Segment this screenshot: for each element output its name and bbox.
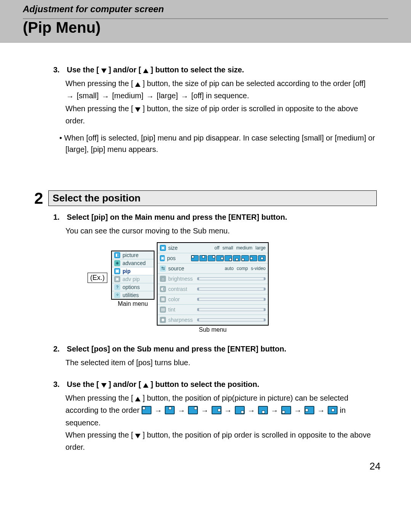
opt: s-video xyxy=(251,266,266,271)
triangle-up-icon xyxy=(143,69,148,73)
pip-pos-icon xyxy=(235,406,245,414)
opt: comp xyxy=(237,266,248,271)
mm-label: adv pip xyxy=(123,276,140,282)
arrow-right-icon: → xyxy=(65,90,75,102)
slider-icon xyxy=(197,277,266,280)
page-number: 24 xyxy=(370,460,381,472)
sharpness-icon: ◆ xyxy=(160,317,166,323)
step-3-pos-heading: 3. Use the [ ] and/or [ ] button to sele… xyxy=(53,380,377,389)
slider-icon xyxy=(197,288,266,291)
step-2-heading: 2. Select [pos] on the Sub menu and pres… xyxy=(53,345,377,353)
options-icon: ? xyxy=(114,284,120,290)
big-step-title: Select the position xyxy=(48,190,377,206)
sm-label: tint xyxy=(168,307,195,313)
text-fragment: [small] xyxy=(77,91,99,100)
pos-option-icon xyxy=(208,255,215,261)
header-band: Adjustment for computer screen (Pip Menu… xyxy=(0,0,411,43)
size-icon: ▣ xyxy=(160,245,166,251)
mm-label: pip xyxy=(123,268,131,274)
utilities-icon: ✧ xyxy=(114,292,120,298)
pip-pos-icon xyxy=(304,406,314,414)
sub-menu-panel: ▣ size off small medium large ▣ pos xyxy=(157,242,269,326)
opt: off xyxy=(214,245,219,251)
pos-option-icon xyxy=(258,255,266,261)
sm-source: ⇆ source auto comp s-video xyxy=(158,264,268,274)
step-number: 2. xyxy=(53,345,65,353)
main-menu-panel: ◧picture ◈advanced ▣pip ▣adv pip ?option… xyxy=(111,251,155,300)
arrow-right-icon: → xyxy=(154,404,163,417)
slider-icon xyxy=(197,298,266,301)
pos-icon: ▣ xyxy=(160,255,165,261)
sub-menu-column: ▣ size off small medium large ▣ pos xyxy=(157,242,269,333)
opt: small xyxy=(223,245,233,251)
step-2-body: The selected item of [pos] turns blue. xyxy=(65,356,377,369)
mm-picture: ◧picture xyxy=(112,251,154,259)
advanced-icon: ◈ xyxy=(114,260,120,266)
adv-pip-icon: ▣ xyxy=(114,276,120,282)
step-3-size-bullet: • When [off] is selected, [pip] menu and… xyxy=(65,132,377,155)
bullet-text: When [off] is selected, [pip] menu and p… xyxy=(64,134,375,153)
brightness-icon: ☼ xyxy=(160,276,166,282)
step-number: 3. xyxy=(53,66,65,74)
sm-label: contrast xyxy=(168,286,195,292)
mm-adv-pip: ▣adv pip xyxy=(112,275,154,283)
pip-pos-icon xyxy=(328,406,338,414)
triangle-up-icon xyxy=(135,397,140,401)
pip-pos-icon xyxy=(165,406,175,414)
pos-option-icon xyxy=(250,255,257,261)
mm-label: options xyxy=(123,284,140,290)
pos-option-icon xyxy=(233,255,241,261)
sm-label: pos xyxy=(167,255,189,261)
text-fragment: When pressing the [ xyxy=(65,79,133,88)
step-number: 3. xyxy=(53,380,65,389)
pip-icon: ▣ xyxy=(114,268,120,274)
main-menu-caption: Main menu xyxy=(111,300,155,307)
source-icon: ⇆ xyxy=(160,265,166,272)
sm-brightness: ☼brightness xyxy=(158,274,268,284)
sm-size: ▣ size off small medium large xyxy=(158,243,268,253)
big-step-2: 2 Select the position xyxy=(34,189,377,208)
example-osd: (Ex.) ◧picture ◈advanced ▣pip ▣adv pip ?… xyxy=(88,242,377,333)
sm-label: source xyxy=(168,265,195,272)
triangle-up-icon xyxy=(135,82,140,87)
example-label: (Ex.) xyxy=(88,273,107,283)
arrow-right-icon: → xyxy=(247,404,256,417)
pip-pos-icon xyxy=(188,406,198,414)
sub-menu-caption: Sub menu xyxy=(157,326,269,333)
mm-options: ?options xyxy=(112,283,154,291)
pip-pos-icon xyxy=(212,406,221,414)
arrow-right-icon: → xyxy=(177,404,186,417)
arrow-right-icon: → xyxy=(317,404,326,417)
sm-label: size xyxy=(168,245,195,251)
pip-pos-icon xyxy=(281,406,291,414)
arrow-right-icon: → xyxy=(270,404,279,417)
triangle-down-icon xyxy=(135,107,140,112)
slider-icon xyxy=(197,308,266,311)
text-fragment: [medium] xyxy=(112,91,143,100)
sm-label: sharpness xyxy=(168,317,195,323)
sm-contrast: ◐contrast xyxy=(158,284,268,294)
pos-option-icon xyxy=(241,255,249,261)
step-lead-text: Select [pos] on the Sub menu and press t… xyxy=(67,345,287,353)
triangle-up-icon xyxy=(143,383,148,388)
opt: large xyxy=(255,245,266,251)
step-3-size-heading: 3. Use the [ ] and/or [ ] button to sele… xyxy=(53,66,377,74)
section-title: Adjustment for computer screen xyxy=(23,0,388,18)
slider-icon xyxy=(197,318,266,321)
sm-label: brightness xyxy=(168,276,195,282)
tint-icon: ▤ xyxy=(160,307,166,313)
pos-option-icon xyxy=(216,255,224,261)
sm-sharpness: ◆sharpness xyxy=(158,315,268,325)
mm-advanced: ◈advanced xyxy=(112,259,154,267)
step-3-pos-body: When pressing the [ ] button, the positi… xyxy=(65,392,377,454)
step-number: 1. xyxy=(53,213,65,222)
triangle-down-icon xyxy=(101,383,107,388)
bullet-dot-icon: • xyxy=(59,134,62,142)
triangle-down-icon xyxy=(101,69,107,73)
arrow-right-icon: → xyxy=(223,404,233,417)
pos-option-icon xyxy=(225,255,232,261)
step-1-heading: 1. Select [pip] on the Main menu and pre… xyxy=(53,213,377,222)
arrow-right-icon: → xyxy=(293,404,302,417)
arrow-right-icon: → xyxy=(101,90,110,102)
mm-utilities: ✧utilities xyxy=(112,291,154,299)
